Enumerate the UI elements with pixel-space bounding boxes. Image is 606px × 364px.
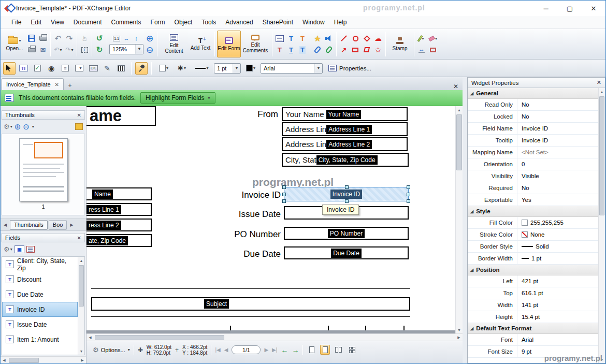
resize-handle[interactable] (282, 199, 286, 203)
stamp-button[interactable]: Stamp (388, 31, 412, 57)
section-position[interactable]: ◢ Position (468, 265, 598, 275)
hand-tool-button[interactable]: ☞ (79, 33, 90, 43)
resize-handle[interactable] (345, 199, 349, 203)
resize-handle[interactable] (407, 199, 410, 203)
menu-file[interactable]: File (7, 17, 26, 27)
two-page-view-button[interactable] (334, 345, 343, 355)
menu-sharepoint[interactable]: SharePoint (258, 17, 298, 27)
menu-object[interactable]: Object (170, 17, 197, 27)
select-text-button[interactable]: T (275, 45, 285, 55)
invoice-id-chip[interactable]: Invoice ID (330, 190, 362, 199)
thumbnail-view-rect[interactable] (34, 142, 63, 158)
border-style-button[interactable]: ▾ (192, 62, 212, 75)
menu-edit[interactable]: Edit (26, 17, 46, 27)
po-number-chip[interactable]: PO Number (328, 229, 365, 238)
fill-color-button[interactable]: ▾ (155, 62, 172, 75)
cloud-tool-button[interactable]: ☁ (373, 33, 383, 43)
measure-area-button[interactable] (428, 45, 438, 55)
fields-scrollbar[interactable]: ▲ ▼ (78, 257, 84, 355)
edit-content-button[interactable]: Edit Content (160, 31, 189, 57)
field-item-client-city[interactable]: T Client: City, State, Zip (2, 257, 78, 272)
star-stamp-button[interactable]: ★ (312, 33, 323, 43)
continuous-view-button[interactable] (320, 345, 330, 355)
link-button[interactable] (324, 45, 334, 55)
field-item-invoice-id[interactable]: T Invoice ID (2, 302, 78, 317)
next-view-button[interactable]: → (292, 346, 299, 354)
due-date-field[interactable]: Due Date (284, 246, 409, 259)
menu-help[interactable]: Help (329, 17, 352, 27)
properties-close-icon[interactable]: ✕ (597, 79, 601, 86)
rotate-ccw-button[interactable]: ↺ (94, 33, 105, 43)
section-style[interactable]: ◢ Style (468, 206, 598, 217)
minimize-button[interactable]: ─ (534, 1, 558, 16)
next-page-button[interactable]: ▶ (264, 347, 268, 353)
single-page-view-button[interactable] (307, 345, 316, 355)
document-pane-close-icon[interactable]: ✕ (453, 83, 458, 90)
client-name-chip[interactable]: Name (92, 190, 113, 199)
list-box-tool-button[interactable]: ≡ (59, 62, 71, 75)
typewriter-button[interactable]: T (286, 33, 296, 43)
barcode-tool-button[interactable] (115, 62, 127, 75)
close-button[interactable]: ✕ (582, 1, 605, 16)
menu-form[interactable]: Form (146, 17, 170, 27)
rectangle-tool-button[interactable] (350, 45, 360, 55)
new-tab-button[interactable]: + (65, 81, 75, 90)
menu-advanced[interactable]: Advanced (221, 17, 257, 27)
opacity-style-button[interactable]: ✱▾ (174, 62, 190, 75)
invoice-id-field-selected[interactable]: Invoice ID (284, 187, 409, 201)
fields-close-icon[interactable]: ✕ (77, 235, 81, 241)
client-address-1-field[interactable]: ress Line 1 (86, 203, 152, 216)
your-name-field[interactable]: Your Name Your Name (282, 107, 408, 121)
field-item-discount[interactable]: T Discount (2, 272, 78, 287)
highlight-text-button[interactable]: T (297, 45, 308, 55)
sidebar-tab-bookmarks[interactable]: Boo (49, 220, 67, 230)
subject-chip[interactable]: Subject (204, 299, 229, 309)
menu-view[interactable]: View (46, 17, 69, 27)
email-button[interactable]: ✉ (38, 45, 48, 55)
thumbnail-zoom-in-button[interactable]: ⊕ (15, 122, 21, 132)
zoom-out-button[interactable]: ⊖ (145, 45, 155, 55)
stroke-color-button[interactable]: ▾ (242, 62, 259, 75)
radio-tool-button[interactable]: ◉ (45, 62, 57, 75)
thumbnails-options-button[interactable]: ⚙▾ (4, 123, 12, 130)
maximize-button[interactable]: ▢ (558, 1, 582, 16)
first-page-button[interactable]: |◀ (215, 347, 220, 353)
pdf-page[interactable]: ame From Your Name Your Name Address Lin… (86, 106, 455, 330)
resize-handle[interactable] (407, 193, 410, 196)
sidebar-horizontal-scrollbar[interactable]: ◀ ▶ (1, 356, 86, 363)
edit-form-button[interactable]: Edit Form (217, 31, 241, 57)
address-line-2-field[interactable]: Address Lin Address Line 2 (282, 137, 408, 151)
resize-handle[interactable] (282, 185, 286, 189)
line-tool-button[interactable] (339, 33, 349, 43)
combo-box-tool-button[interactable]: ▼ (73, 62, 85, 75)
address-line-1-field[interactable]: Address Lin Address Line 1 (282, 122, 408, 136)
highlight-form-fields-button[interactable]: Highlight Form Fields▾ (140, 92, 215, 104)
horizontal-scrollbar[interactable]: ◀ ▶ (86, 333, 463, 341)
print-button[interactable] (26, 45, 37, 55)
your-name-chip[interactable]: Your Name (326, 110, 362, 119)
address-line-1-chip[interactable]: Address Line 1 (326, 125, 372, 134)
field-item-issue-date[interactable]: T Issue Date (2, 317, 78, 332)
highlighter-button[interactable]: ▾ (416, 33, 427, 43)
field-item-due-date[interactable]: T Due Date (2, 287, 78, 302)
zoom-in-button[interactable]: ⊕ (145, 33, 155, 43)
thumbnail-zoom-out-button[interactable]: ⊖ (23, 122, 30, 132)
options-button[interactable]: ⚙ Options... ▾ (93, 346, 130, 354)
menu-document[interactable]: Document (69, 17, 107, 27)
client-address-2-chip[interactable]: ress Line 2 (86, 221, 121, 230)
menu-comments[interactable]: Comments (107, 17, 146, 27)
select-fields-button[interactable] (3, 62, 16, 75)
vertical-scrollbar[interactable]: ▲ ▼ (455, 106, 463, 333)
rotate-cw-button[interactable]: ↻ (94, 45, 105, 55)
field-item-item1-amount[interactable]: T Item 1: Amount (2, 332, 78, 347)
last-page-button[interactable]: ▶| (272, 347, 277, 353)
sidebar-tabs-right-icon[interactable]: ▶ (68, 223, 75, 227)
undo-button[interactable]: ↶ (53, 33, 63, 43)
zoom-combo[interactable]: 125%▼ (109, 44, 143, 54)
checkbox-tool-button[interactable]: ✓ (31, 62, 44, 75)
fit-page-button[interactable]: ↕ (132, 34, 141, 43)
panel-splitter[interactable] (463, 77, 467, 363)
keep-tool-selected-button[interactable] (135, 62, 148, 75)
save-button[interactable] (26, 33, 37, 43)
document-canvas[interactable]: ame From Your Name Your Name Address Lin… (86, 106, 463, 333)
